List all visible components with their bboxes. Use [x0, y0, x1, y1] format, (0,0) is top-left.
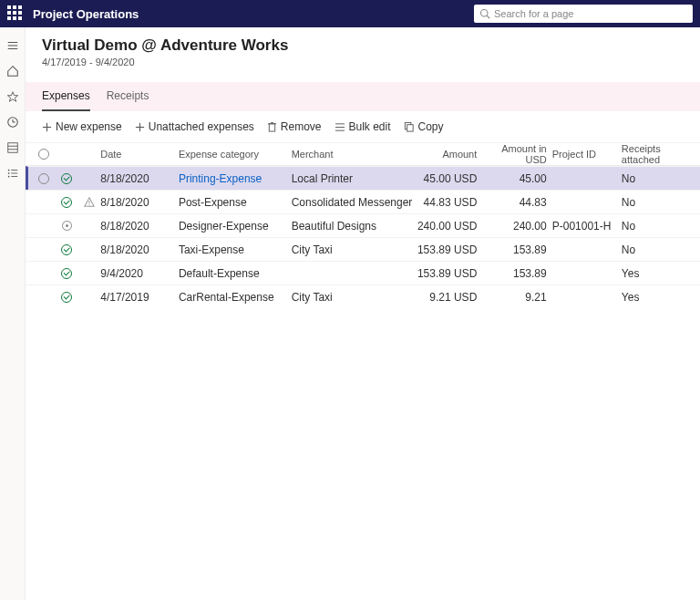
- cell-merchant: City Taxi: [292, 291, 413, 304]
- plus-icon: [135, 122, 145, 132]
- tab-expenses[interactable]: Expenses: [42, 82, 90, 111]
- cell-receipts: No: [622, 172, 691, 185]
- row-select-radio[interactable]: [38, 173, 49, 184]
- sidebar-menu-icon[interactable]: [0, 33, 25, 58]
- remove-button[interactable]: Remove: [267, 120, 322, 133]
- cell-date: 8/18/2020: [100, 172, 179, 185]
- tab-receipts[interactable]: Receipts: [107, 82, 149, 111]
- select-all-radio[interactable]: [38, 149, 49, 160]
- svg-rect-8: [7, 143, 17, 153]
- cell-category: Post-Expense: [179, 196, 292, 209]
- copy-button[interactable]: Copy: [404, 120, 444, 133]
- col-header-receipts[interactable]: Receipts attached: [622, 143, 691, 165]
- table-row[interactable]: 9/4/2020Default-Expense153.89 USD153.89Y…: [26, 261, 700, 284]
- date-range: 4/17/2019 - 9/4/2020: [42, 57, 684, 67]
- copy-icon: [404, 121, 415, 132]
- svg-point-15: [7, 176, 9, 178]
- status-ok-icon: [61, 173, 72, 184]
- left-sidebar: [0, 27, 26, 600]
- bulk-edit-icon: [335, 122, 345, 132]
- search-icon: [479, 8, 490, 19]
- new-expense-button[interactable]: New expense: [42, 120, 122, 133]
- col-header-category[interactable]: Expense category: [179, 149, 292, 160]
- copy-label: Copy: [418, 120, 444, 133]
- status-ok-icon: [61, 268, 72, 279]
- svg-point-30: [88, 204, 89, 205]
- cell-category: Designer-Expense: [179, 220, 292, 233]
- tab-bar: Expenses Receipts: [26, 82, 700, 111]
- status-ok-icon: [61, 244, 72, 255]
- cell-merchant: Beautiful Designs: [292, 220, 413, 233]
- cell-amount-usd: 9.21: [482, 291, 551, 304]
- cell-amount-usd: 44.83: [482, 196, 551, 209]
- toolbar: New expense Unattached expenses Remove B…: [26, 111, 700, 142]
- bulk-edit-button[interactable]: Bulk edit: [335, 120, 391, 133]
- page-header: Virtual Demo @ Adventure Works 4/17/2019…: [26, 27, 700, 73]
- trash-icon: [267, 121, 277, 132]
- cell-merchant: City Taxi: [292, 243, 413, 256]
- col-header-date[interactable]: Date: [100, 149, 179, 160]
- cell-category: Default-Expense: [179, 267, 292, 280]
- cell-amount: 45.00 USD: [413, 172, 482, 185]
- cell-amount: 44.83 USD: [413, 196, 482, 209]
- page-title: Virtual Demo @ Adventure Works: [42, 36, 684, 55]
- svg-point-13: [7, 172, 9, 174]
- sidebar-clock-icon[interactable]: [0, 109, 25, 135]
- cell-date: 8/18/2020: [100, 243, 179, 256]
- warning-icon: [84, 197, 95, 208]
- cell-receipts: No: [622, 243, 691, 256]
- unattached-button[interactable]: Unattached expenses: [135, 120, 254, 133]
- cell-amount-usd: 153.89: [482, 243, 551, 256]
- status-ok-icon: [61, 292, 72, 303]
- sidebar-grid-icon[interactable]: [0, 135, 25, 160]
- table-row[interactable]: 8/18/2020Designer-ExpenseBeautiful Desig…: [26, 213, 700, 237]
- sidebar-list-icon[interactable]: [0, 160, 25, 186]
- app-title: Project Operations: [33, 7, 139, 21]
- table-row[interactable]: 8/18/2020Post-ExpenseConsolidated Messen…: [26, 190, 700, 213]
- cell-amount: 240.00 USD: [413, 220, 482, 233]
- cell-amount-usd: 240.00: [482, 220, 551, 233]
- cell-category[interactable]: Printing-Expense: [179, 172, 292, 185]
- table-row[interactable]: 8/18/2020Printing-ExpenseLocal Printer45…: [26, 166, 700, 190]
- status-ok-icon: [61, 197, 72, 208]
- app-launcher-icon[interactable]: [7, 5, 24, 22]
- grid-header-row: Date Expense category Merchant Amount Am…: [26, 142, 700, 166]
- cell-project-id: P-001001-H: [552, 220, 622, 233]
- svg-point-0: [481, 10, 489, 17]
- cell-receipts: No: [622, 196, 691, 209]
- cell-receipts: Yes: [622, 267, 691, 280]
- svg-rect-21: [269, 124, 274, 131]
- svg-point-11: [7, 170, 9, 171]
- svg-rect-28: [407, 125, 412, 131]
- col-header-usd[interactable]: Amount in USD: [482, 143, 551, 165]
- top-navbar: Project Operations: [0, 0, 700, 27]
- cell-amount: 153.89 USD: [413, 267, 482, 280]
- cell-amount: 153.89 USD: [413, 243, 482, 256]
- table-row[interactable]: 8/18/2020Taxi-ExpenseCity Taxi153.89 USD…: [26, 237, 700, 261]
- cell-receipts: Yes: [622, 291, 691, 304]
- cell-category: Taxi-Expense: [179, 243, 292, 256]
- col-header-merchant[interactable]: Merchant: [292, 149, 413, 160]
- cell-merchant: Local Printer: [292, 172, 413, 185]
- status-pending-icon: [62, 221, 72, 231]
- cell-date: 8/18/2020: [100, 220, 179, 233]
- cell-receipts: No: [622, 220, 691, 233]
- unattached-label: Unattached expenses: [149, 120, 254, 133]
- cell-category: CarRental-Expense: [179, 291, 292, 304]
- cell-date: 4/17/2019: [100, 291, 179, 304]
- cell-merchant: Consolidated Messenger: [292, 196, 413, 209]
- col-header-amount[interactable]: Amount: [413, 149, 482, 160]
- cell-amount: 9.21 USD: [413, 291, 482, 304]
- cell-amount-usd: 153.89: [482, 267, 551, 280]
- col-header-project[interactable]: Project ID: [552, 149, 622, 160]
- sidebar-home-icon[interactable]: [0, 58, 25, 84]
- cell-date: 8/18/2020: [100, 196, 179, 209]
- sidebar-star-icon[interactable]: [0, 84, 25, 109]
- bulk-edit-label: Bulk edit: [349, 120, 391, 133]
- svg-line-1: [487, 16, 489, 18]
- search-box[interactable]: [474, 5, 693, 23]
- search-input[interactable]: [474, 5, 693, 23]
- expense-grid: Date Expense category Merchant Amount Am…: [26, 142, 700, 308]
- cell-date: 9/4/2020: [100, 267, 179, 280]
- table-row[interactable]: 4/17/2019CarRental-ExpenseCity Taxi9.21 …: [26, 284, 700, 308]
